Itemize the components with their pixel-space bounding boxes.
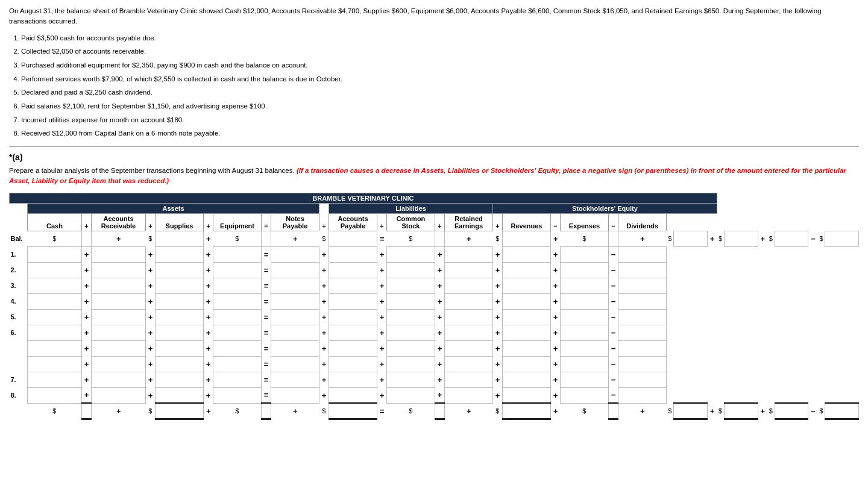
- input-cell[interactable]: [329, 372, 377, 387]
- cell-input[interactable]: [272, 327, 318, 339]
- input-cell[interactable]: [618, 278, 667, 293]
- input-cell[interactable]: [271, 372, 319, 387]
- input-cell[interactable]: [92, 340, 146, 356]
- input-cell[interactable]: [561, 262, 609, 278]
- input-cell[interactable]: [271, 262, 319, 278]
- input-cell[interactable]: [435, 231, 445, 246]
- cell-input[interactable]: [28, 374, 81, 386]
- cell-input[interactable]: [28, 295, 81, 307]
- input-cell[interactable]: [213, 372, 262, 387]
- cell-input[interactable]: [83, 405, 90, 417]
- cell-input[interactable]: [156, 311, 203, 323]
- cell-input[interactable]: [388, 248, 434, 260]
- cell-input[interactable]: [92, 248, 145, 260]
- cell-input[interactable]: [214, 280, 260, 292]
- cell-input[interactable]: [92, 358, 145, 370]
- cell-input[interactable]: [330, 358, 376, 370]
- cell-input[interactable]: [214, 358, 260, 370]
- cell-input[interactable]: [725, 405, 757, 417]
- input-cell[interactable]: [561, 356, 609, 372]
- cell-input[interactable]: [388, 327, 434, 339]
- input-cell[interactable]: [213, 262, 262, 278]
- cell-input[interactable]: [156, 389, 203, 401]
- input-cell[interactable]: [503, 372, 551, 387]
- cell-input[interactable]: [388, 374, 434, 386]
- cell-input[interactable]: [826, 405, 858, 417]
- cell-input[interactable]: [28, 389, 81, 401]
- cell-input[interactable]: [619, 248, 665, 260]
- input-cell[interactable]: [28, 246, 82, 262]
- input-cell[interactable]: [503, 262, 551, 278]
- input-cell[interactable]: [271, 325, 319, 340]
- cell-input[interactable]: [92, 342, 145, 354]
- input-cell[interactable]: [329, 325, 377, 340]
- cell-input[interactable]: [445, 311, 492, 323]
- cell-input[interactable]: [214, 327, 260, 339]
- cell-input[interactable]: [388, 264, 434, 276]
- cell-input[interactable]: [503, 280, 550, 292]
- input-cell[interactable]: [156, 372, 204, 387]
- input-cell[interactable]: [329, 309, 377, 325]
- cell-input[interactable]: [272, 280, 318, 292]
- input-cell[interactable]: [825, 231, 859, 246]
- cell-input[interactable]: [214, 311, 260, 323]
- input-cell[interactable]: [28, 387, 82, 403]
- input-cell[interactable]: [618, 309, 667, 325]
- cell-input[interactable]: [272, 389, 318, 401]
- cell-input[interactable]: [619, 374, 665, 386]
- input-cell[interactable]: [445, 325, 493, 340]
- input-cell[interactable]: [329, 262, 377, 278]
- input-cell[interactable]: [92, 262, 146, 278]
- input-cell[interactable]: [445, 309, 493, 325]
- cell-input[interactable]: [445, 280, 492, 292]
- input-cell[interactable]: [503, 387, 551, 403]
- cell-input[interactable]: [388, 342, 434, 354]
- cell-input[interactable]: [330, 311, 376, 323]
- input-cell[interactable]: [156, 262, 204, 278]
- input-cell[interactable]: [213, 340, 262, 356]
- input-cell[interactable]: [82, 231, 92, 246]
- cell-input[interactable]: [83, 233, 90, 245]
- cell-input[interactable]: [675, 405, 706, 417]
- input-cell[interactable]: [618, 387, 667, 403]
- cell-input[interactable]: [272, 248, 318, 260]
- input-cell[interactable]: [387, 309, 435, 325]
- cell-input[interactable]: [445, 374, 492, 386]
- input-cell[interactable]: [618, 293, 667, 309]
- cell-input[interactable]: [675, 233, 706, 245]
- input-cell[interactable]: [503, 231, 551, 246]
- input-cell[interactable]: [271, 309, 319, 325]
- input-cell[interactable]: [213, 309, 262, 325]
- cell-input[interactable]: [214, 264, 260, 276]
- cell-input[interactable]: [503, 374, 550, 386]
- input-cell[interactable]: [503, 356, 551, 372]
- cell-input[interactable]: [28, 327, 81, 339]
- cell-input[interactable]: [561, 280, 608, 292]
- cell-input[interactable]: [619, 389, 665, 401]
- input-cell[interactable]: [92, 309, 146, 325]
- input-cell[interactable]: [82, 403, 92, 419]
- cell-input[interactable]: [445, 264, 492, 276]
- cell-input[interactable]: [272, 374, 318, 386]
- cell-input[interactable]: [28, 280, 81, 292]
- input-cell[interactable]: [618, 262, 667, 278]
- cell-input[interactable]: [436, 233, 444, 245]
- input-cell[interactable]: [618, 372, 667, 387]
- input-cell[interactable]: [724, 403, 758, 419]
- input-cell[interactable]: [387, 356, 435, 372]
- input-cell[interactable]: [387, 262, 435, 278]
- cell-input[interactable]: [826, 233, 858, 245]
- input-cell[interactable]: [561, 387, 609, 403]
- cell-input[interactable]: [330, 342, 376, 354]
- cell-input[interactable]: [619, 342, 665, 354]
- input-cell[interactable]: [387, 246, 435, 262]
- cell-input[interactable]: [445, 358, 492, 370]
- cell-input[interactable]: [330, 233, 376, 245]
- cell-input[interactable]: [156, 280, 203, 292]
- cell-input[interactable]: [609, 405, 617, 417]
- input-cell[interactable]: [561, 372, 609, 387]
- cell-input[interactable]: [445, 327, 492, 339]
- cell-input[interactable]: [330, 327, 376, 339]
- input-cell[interactable]: [156, 340, 204, 356]
- input-cell[interactable]: [213, 293, 262, 309]
